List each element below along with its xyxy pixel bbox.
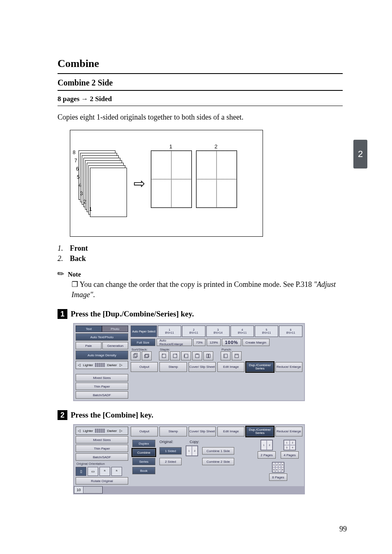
diagram: 8 7 6 5 4 3 2 1 ⇨ 1 2 <box>70 130 263 237</box>
stamp-button[interactable]: Stamp <box>159 362 187 372</box>
sub-sub-title: 8 pages → 2 Sided <box>58 95 343 103</box>
left-arrow-icon-2[interactable]: ◁ <box>76 429 82 433</box>
edit-image-button[interactable]: Edit Image <box>217 362 244 372</box>
tray-1[interactable]: 18½×11 <box>158 325 181 337</box>
copier-panel-1: Text Photo Auto Text/Photo Pale Generati… <box>73 323 305 401</box>
svg-rect-14 <box>224 354 228 358</box>
punch-top-button[interactable] <box>232 351 242 360</box>
page-number: 99 <box>339 525 347 533</box>
mixed-sizes-button-2[interactable]: Mixed Sizes <box>76 436 128 443</box>
sort-stack-label: Sort/Stack: <box>131 348 152 351</box>
thin-paper-button-2[interactable]: Thin Paper <box>76 445 128 452</box>
cover-slip-button[interactable]: Cover/ Slip Sheet <box>189 362 216 372</box>
punch-left-button[interactable] <box>221 351 231 360</box>
svg-point-16 <box>224 356 225 357</box>
left-arrow-icon[interactable]: ◁ <box>76 363 82 367</box>
output-button-2[interactable]: Output <box>131 427 158 436</box>
ratio-73-button[interactable]: 73% <box>193 339 205 346</box>
orient-unreadable-button[interactable]: ᴿ <box>111 467 122 476</box>
pencil-icon: ✎ <box>55 268 67 279</box>
tray-5[interactable]: 58½×11 <box>255 325 278 337</box>
book-tab[interactable]: Book <box>132 467 155 474</box>
tray-6[interactable]: 68½×11 <box>279 325 302 337</box>
orient-portrait-button[interactable]: ▯ <box>76 467 86 476</box>
staple-center-button[interactable] <box>203 351 213 360</box>
tray-3[interactable]: 38½×14 <box>206 325 230 337</box>
auto-text-photo-button[interactable]: Auto Text/Photo <box>76 333 128 341</box>
8-pages-button[interactable]: 8 Pages <box>269 473 287 481</box>
reduce-enlarge-button-2[interactable]: Reduce/ Enlarge <box>275 427 302 436</box>
tray-4[interactable]: 48½×11 <box>231 325 254 337</box>
staple-top-button[interactable] <box>192 351 202 360</box>
duplex-tab[interactable]: Duplex <box>132 440 155 447</box>
series-tab[interactable]: Series <box>132 458 155 465</box>
step-2: 2 Press the [Combine] key. <box>58 410 343 420</box>
copy-label: Copy: <box>190 440 200 444</box>
batch-sadf-button[interactable]: Batch/SADF <box>76 391 128 399</box>
copier-panel-2: ◁ Lighter Darker ▷ Mixed Sizes Thin Pape… <box>73 424 305 494</box>
staple-left-button[interactable] <box>181 351 191 360</box>
create-margin-button[interactable]: Create Margin <box>242 339 270 346</box>
rotate-original-button[interactable]: Rotate Original <box>76 477 128 485</box>
svg-rect-10 <box>196 354 199 358</box>
legend-list: 1.Front 2.Back <box>58 244 343 263</box>
one-sided-button[interactable]: 1 Sided <box>159 447 182 455</box>
svg-rect-4 <box>162 354 166 358</box>
stamp-button-2[interactable]: Stamp <box>159 427 187 436</box>
svg-rect-8 <box>184 354 188 358</box>
2pages-thumb-icon: 12 <box>261 440 273 450</box>
section-title: Combine <box>58 58 343 70</box>
2-pages-button[interactable]: 2 Pages <box>258 451 276 459</box>
auto-reduce-enlarge-button[interactable]: Auto Reduce/Enlarge <box>157 339 192 346</box>
intro-text: Copies eight 1-sided originals together … <box>58 112 343 122</box>
rule-thin <box>58 106 343 106</box>
svg-rect-6 <box>173 354 177 358</box>
output-button[interactable]: Output <box>131 362 158 372</box>
combine-2-side-button[interactable]: Combine 2 Side <box>202 458 234 465</box>
step-badge-1: 1 <box>58 309 67 319</box>
rule-thick <box>58 73 343 74</box>
8pages-thumb-icon: 12345678 <box>272 462 284 473</box>
step-1: 1 Press the [Dup./Combine/Series] key. <box>58 309 343 319</box>
full-size-button[interactable]: Full Size <box>131 339 155 346</box>
thin-paper-button[interactable]: Thin Paper <box>76 383 128 390</box>
lighter-darker-bar-2[interactable]: ◁ Lighter Darker ▷ <box>76 427 128 435</box>
sort-icon-button[interactable] <box>131 351 141 360</box>
cover-slip-button-2[interactable]: Cover/ Slip Sheet <box>189 427 216 436</box>
right-arrow-icon[interactable]: ▷ <box>118 363 124 367</box>
orient-landscape-button[interactable]: ▭ <box>88 467 98 476</box>
4-pages-button[interactable]: 4 Pages <box>281 451 299 459</box>
orig-orient-label: Original Orientation <box>76 462 128 466</box>
punch-label: Punch: <box>221 348 242 351</box>
auto-paper-select-button[interactable]: Auto Paper Select <box>131 325 157 337</box>
dup-combine-series-button[interactable]: Dup./Combine/ Series <box>246 362 273 372</box>
pale-button[interactable]: Pale <box>76 342 101 349</box>
combine-tab[interactable]: Combine <box>132 449 155 456</box>
batch-sadf-button-2[interactable]: Batch/SADF <box>76 453 128 461</box>
original-stack: 8 7 6 5 4 3 2 1 <box>78 150 128 216</box>
mixed-sizes-button[interactable]: Mixed Sizes <box>76 374 128 381</box>
ratio-129-button[interactable]: 129% <box>207 339 221 346</box>
edit-image-button-2[interactable]: Edit Image <box>217 427 244 436</box>
right-arrow-icon-2[interactable]: ▷ <box>118 429 124 433</box>
svg-point-19 <box>237 355 238 355</box>
note-heading: Note <box>68 271 81 278</box>
one-sided-thumb-icon: 12 <box>186 446 198 456</box>
staple-tl-button[interactable] <box>159 351 169 360</box>
stack-icon-button[interactable] <box>142 351 152 360</box>
svg-point-18 <box>235 355 236 355</box>
tab-text[interactable]: Text <box>76 325 102 332</box>
original-label: Original: <box>159 440 173 444</box>
auto-image-density-button[interactable]: Auto Image Density <box>76 351 128 360</box>
two-sided-button[interactable]: 2 Sided <box>159 458 182 465</box>
tray-2[interactable]: 28½×11 <box>182 325 205 337</box>
generation-button[interactable]: Generation <box>102 342 128 349</box>
combine-1-side-button[interactable]: Combine 1 Side <box>202 447 234 455</box>
orient-readable-button[interactable]: ᴿ <box>99 467 110 476</box>
staple-tr-button[interactable] <box>170 351 180 360</box>
rule-thick2 <box>58 90 343 91</box>
lighter-darker-bar[interactable]: ◁ Lighter Darker ▷ <box>76 361 128 369</box>
tab-photo[interactable]: Photo <box>102 325 128 332</box>
dup-combine-series-button-2[interactable]: Dup./Combine/ Series <box>246 427 273 436</box>
reduce-enlarge-button[interactable]: Reduce/ Enlarge <box>275 362 302 372</box>
